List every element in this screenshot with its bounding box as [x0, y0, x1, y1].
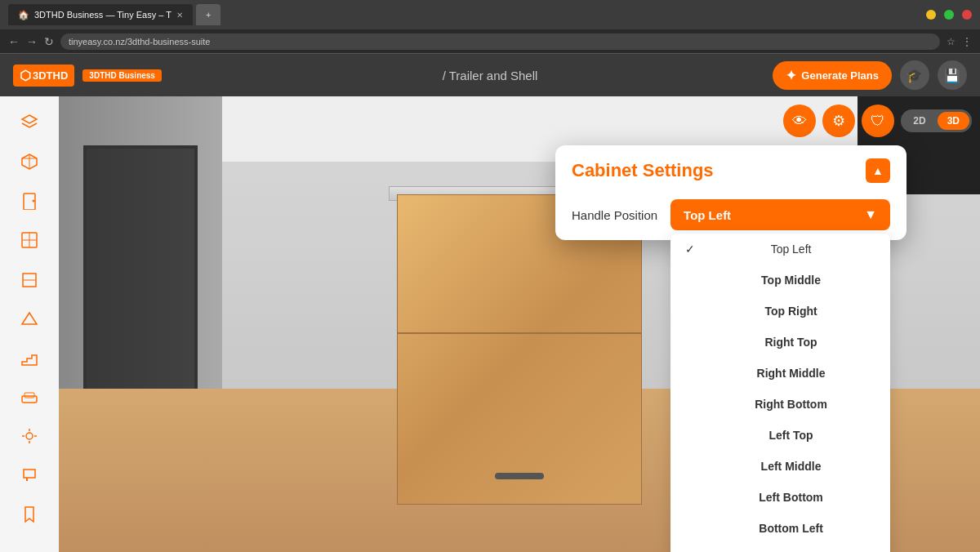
sidebar-layers-icon[interactable] [11, 105, 47, 140]
sidebar-sofa-icon[interactable] [11, 379, 47, 415]
minimize-btn[interactable] [926, 10, 936, 20]
dropdown-option-right-middle[interactable]: Right Middle [670, 358, 890, 389]
logo-cube-icon: ⬡ [20, 68, 31, 83]
view-settings-btn[interactable]: ⚙ [822, 105, 855, 137]
dropdown-option-bottom-left[interactable]: Bottom Left [670, 513, 890, 544]
sidebar-paint-icon[interactable] [11, 457, 47, 493]
sidebar-cabinet-icon[interactable] [11, 261, 47, 297]
sidebar-cube-icon[interactable] [11, 144, 47, 180]
handle-position-row: Handle Position Top Left ▼ ✓ Top Left [555, 193, 906, 240]
browser-tabs: 🏠 3DTHD Business — Tiny Easy – T ✕ + [8, 4, 220, 25]
browser-chrome: 🏠 3DTHD Business — Tiny Easy – T ✕ + [0, 0, 980, 29]
tab-favicon: 🏠 [18, 10, 29, 20]
save-button[interactable]: 💾 [938, 60, 967, 90]
svg-point-8 [26, 433, 33, 439]
viewport[interactable]: 👁 ⚙ 🛡 2D 3D Cabinet Settings ▲ [59, 96, 980, 552]
dropdown-option-bottom-middle[interactable]: Bottom Middle [670, 544, 890, 552]
view-controls: 👁 ⚙ 🛡 2D 3D [783, 105, 972, 137]
option-label-left-bottom: Left Bottom [705, 491, 877, 504]
dropdown-menu: ✓ Top Left Top Middle Top Right [670, 234, 890, 552]
camera-icon: 👁 [792, 113, 807, 130]
dropdown-option-left-bottom[interactable]: Left Bottom [670, 482, 890, 513]
dropdown-option-left-top[interactable]: Left Top [670, 420, 890, 451]
tab-close-btn[interactable]: ✕ [176, 11, 183, 20]
url-bar[interactable]: tinyeasy.co.nz/3dthd-business-suite [60, 33, 940, 50]
sidebar-door-icon[interactable] [11, 183, 47, 219]
cabinet[interactable] [397, 194, 642, 505]
option-label-top-right: Top Right [705, 305, 877, 318]
sidebar-window-icon[interactable] [11, 222, 47, 258]
option-label-right-bottom: Right Bottom [705, 398, 877, 411]
view-help-btn[interactable]: 🛡 [862, 105, 894, 137]
top-bar-right: ✦ Generate Plans 🎓 💾 [773, 60, 967, 90]
panel-collapse-btn[interactable]: ▲ [866, 158, 890, 183]
generate-plans-button[interactable]: ✦ Generate Plans [773, 61, 892, 90]
forward-btn[interactable]: → [26, 35, 38, 48]
top-bar: ⬡ 3DTHD 3DTHD Business / Trailer and She… [0, 54, 980, 96]
app-container: ⬡ 3DTHD 3DTHD Business / Trailer and She… [0, 54, 980, 552]
dropdown-option-top-right[interactable]: Top Right [670, 296, 890, 327]
2d-mode-btn[interactable]: 2D [903, 112, 935, 130]
option-label-bottom-left: Bottom Left [705, 522, 877, 535]
panel-title: Cabinet Settings [572, 160, 714, 181]
dropdown-arrow-icon: ▼ [864, 207, 877, 222]
option-label-left-top: Left Top [705, 429, 877, 442]
logo: ⬡ 3DTHD [13, 65, 74, 87]
dropdown-option-left-middle[interactable]: Left Middle [670, 451, 890, 482]
dropdown-option-right-top[interactable]: Right Top [670, 327, 890, 358]
help-button[interactable]: 🎓 [900, 60, 929, 90]
sidebar-light-icon[interactable] [11, 418, 47, 454]
sidebar-bookmark-icon[interactable] [11, 496, 47, 532]
cabinet-lower [398, 334, 641, 504]
cabinet-handle [495, 473, 544, 479]
cabinet-body [397, 194, 642, 505]
handle-position-dropdown[interactable]: Top Left ▼ ✓ Top Left Top Middle [670, 199, 890, 230]
business-badge: 3DTHD Business [82, 69, 162, 82]
browser-icons: ☆ ⋮ [947, 36, 972, 47]
shield-icon: 🛡 [871, 113, 885, 130]
save-icon: 💾 [944, 68, 960, 83]
camera-view-btn[interactable]: 👁 [783, 105, 816, 137]
view-mode-toggle: 2D 3D [901, 109, 972, 132]
settings-icon: ⋮ [962, 36, 972, 47]
tab-title: 3DTHD Business — Tiny Easy – T [34, 10, 172, 20]
browser-toolbar: ← → ↻ tinyeasy.co.nz/3dthd-business-suit… [0, 29, 980, 54]
svg-point-1 [33, 200, 35, 203]
check-icon: ✓ [684, 243, 697, 256]
logo-text: 3DTHD [33, 69, 68, 82]
page-title: / Trailer and Shell [443, 69, 538, 82]
dropdown-option-top-middle[interactable]: Top Middle [670, 265, 890, 296]
cabinet-settings-panel: Cabinet Settings ▲ Handle Position Top L… [555, 145, 906, 240]
maximize-btn[interactable] [944, 10, 954, 20]
panel-header: Cabinet Settings ▲ [555, 145, 906, 193]
active-tab[interactable]: 🏠 3DTHD Business — Tiny Easy – T ✕ [8, 4, 193, 25]
option-label-right-middle: Right Middle [705, 367, 877, 380]
3d-mode-btn[interactable]: 3D [938, 112, 969, 130]
star-icon: ✦ [786, 68, 796, 83]
svg-rect-7 [24, 393, 34, 398]
url-text: tinyeasy.co.nz/3dthd-business-suite [69, 37, 210, 47]
graduation-icon: 🎓 [906, 68, 923, 83]
bookmark-icon: ☆ [947, 36, 956, 47]
option-label-left-middle: Left Middle [705, 460, 877, 473]
close-btn[interactable] [962, 10, 972, 20]
dropdown-option-right-bottom[interactable]: Right Bottom [670, 389, 890, 420]
sidebar-floor-icon[interactable] [11, 300, 47, 336]
main-area: 👁 ⚙ 🛡 2D 3D Cabinet Settings ▲ [0, 96, 980, 552]
generate-plans-label: Generate Plans [801, 69, 879, 82]
option-label-right-top: Right Top [705, 336, 877, 349]
dropdown-option-top-left[interactable]: ✓ Top Left [670, 234, 890, 265]
logo-area: ⬡ 3DTHD 3DTHD Business [13, 65, 162, 87]
handle-position-value: Top Left [684, 208, 731, 222]
sidebar-stairs-icon[interactable] [11, 340, 47, 376]
settings-view-icon: ⚙ [832, 112, 845, 130]
back-btn[interactable]: ← [8, 35, 20, 48]
reload-btn[interactable]: ↻ [44, 35, 54, 48]
option-label-top-middle: Top Middle [705, 274, 877, 287]
option-label-top-left: Top Left [705, 243, 877, 256]
left-sidebar [0, 96, 59, 552]
new-tab-btn[interactable]: + [196, 4, 220, 25]
handle-position-label: Handle Position [572, 208, 657, 222]
window-controls [926, 10, 972, 20]
